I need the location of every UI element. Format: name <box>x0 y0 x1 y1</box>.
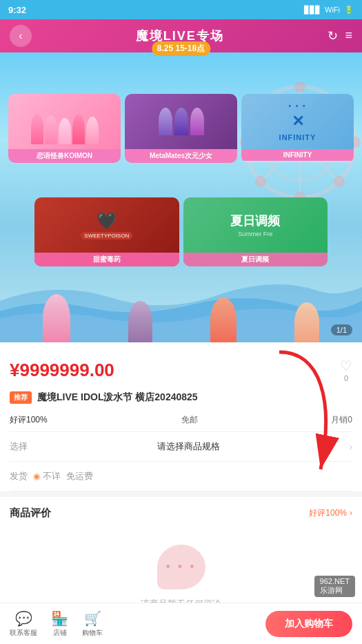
spec-placeholder: 请选择商品规格 <box>157 440 220 453</box>
infinity-symbol: ✕ <box>292 113 304 130</box>
add-to-cart-button[interactable]: 加入购物车 <box>265 611 352 637</box>
nav-wrapper: ‹ 魔境LIVE专场 ↻ ≡ 8.25 15-18点 <box>0 19 362 52</box>
sweetypoison-label: 甜蜜毒药 <box>34 253 179 266</box>
free-ship-label: 免运费 <box>66 470 93 482</box>
bottom-nav: 💬 联系客服 🏪 店铺 🛒 购物车 <box>10 610 265 638</box>
reviews-header: 商品评价 好评100% › <box>10 507 352 520</box>
infinity-image: • • • ✕ INFINITY <box>241 94 354 149</box>
wishlist-button[interactable]: ♡ 0 <box>340 358 352 382</box>
service-label: 联系客服 <box>10 628 37 638</box>
water-splash-decoration <box>0 273 362 342</box>
location-icon: ◉ <box>33 471 40 481</box>
status-bar: 9:32 ▊▊▊ WiFi 🔋 <box>0 0 362 19</box>
bottom-bar: 💬 联系客服 🏪 店铺 🛒 购物车 加入购物车 <box>0 603 362 644</box>
artist-card-sweetypoison[interactable]: 🖤 SWEETYPOISON 甜蜜毒药 <box>34 197 179 266</box>
recommend-tag: 推荐 <box>10 391 32 404</box>
infinity-dots: • • • <box>288 102 306 110</box>
shipping-free-badge: 免邮 <box>181 414 198 426</box>
svg-point-8 <box>294 81 305 92</box>
refresh-button[interactable]: ↻ <box>328 28 338 43</box>
infinity-label: INFINITY <box>241 149 354 161</box>
spec-arrow-icon: › <box>349 441 352 452</box>
sweetypoison-image: 🖤 SWEETYPOISON <box>34 197 179 253</box>
nav-actions: ↻ ≡ <box>328 28 352 43</box>
back-button[interactable]: ‹ <box>10 25 32 47</box>
spec-label: 选择 <box>10 440 28 453</box>
pagination-badge: 1/1 <box>331 324 352 335</box>
wishlist-count: 0 <box>344 374 348 382</box>
tags-row: 推荐 魔境LIVE IDOL泼水节 横店20240825 <box>10 387 352 409</box>
metamates-image <box>125 94 237 149</box>
status-icons: ▊▊▊ WiFi 🔋 <box>304 6 354 14</box>
artist-card-summer[interactable]: 夏日调频 Summer Fre 夏日调频 <box>183 197 328 266</box>
reviews-good-rate[interactable]: 好评100% › <box>309 507 352 519</box>
summer-label: 夏日调频 <box>183 253 328 266</box>
heart-icon: ♡ <box>340 358 352 374</box>
svg-point-13 <box>334 176 345 187</box>
shop-icon: 🏪 <box>51 610 68 627</box>
signal-icon: ▊▊▊ <box>304 6 321 14</box>
sweety-pill-text: SWEETYPOISON <box>81 232 132 240</box>
koimon-image <box>8 94 121 149</box>
hero-banner: 恋语怪兽KOIMON MetaMates次元少女 • • • ✕ INFINIT… <box>0 52 362 342</box>
chat-bubble-icon: • • • <box>157 545 205 589</box>
metamates-label: MetaMates次元少女 <box>125 149 237 163</box>
cart-icon: 🛒 <box>84 610 101 627</box>
battery-icon: 🔋 <box>344 6 354 14</box>
wifi-icon: WiFi <box>325 6 340 14</box>
infinity-text: INFINITY <box>279 133 316 142</box>
nav-service[interactable]: 💬 联系客服 <box>10 610 37 638</box>
nav-shop[interactable]: 🏪 店铺 <box>51 610 68 638</box>
summer-image: 夏日调频 Summer Fre <box>183 197 328 253</box>
svg-point-15 <box>255 176 266 187</box>
nav-cart[interactable]: 🛒 购物车 <box>82 610 103 638</box>
summer-subtitle: Summer Fre <box>238 231 272 237</box>
monthly-sales: 月销0 <box>331 414 352 426</box>
artist-card-infinity[interactable]: • • • ✕ INFINITY INFINITY <box>241 94 354 163</box>
reviews-title: 商品评价 <box>10 507 51 520</box>
product-section: ¥9999999.00 ♡ 0 推荐 魔境LIVE IDOL泼水节 横店2024… <box>0 342 362 491</box>
summer-text-cn: 夏日调频 <box>230 213 280 229</box>
shipping-row: 发货 ◉ 不详 免运费 <box>10 462 352 491</box>
shipping-detail: ◉ 不详 免运费 <box>33 470 93 482</box>
price-row: ¥9999999.00 ♡ 0 <box>10 351 352 387</box>
sweety-heart-icon: 🖤 <box>97 211 117 231</box>
ship-from: 不详 <box>43 470 61 482</box>
good-rate-text: 好评100% <box>309 507 347 519</box>
chat-dots-decoration: • • • <box>166 560 197 574</box>
date-badge: 8.25 15-18点 <box>152 41 210 56</box>
shop-label: 店铺 <box>53 628 67 638</box>
rating-good: 好评100% <box>10 414 48 426</box>
spec-selector[interactable]: 选择 请选择商品规格 › <box>10 432 352 462</box>
service-icon: 💬 <box>15 610 32 627</box>
status-time: 9:32 <box>8 5 26 15</box>
koimon-label: 恋语怪兽KOIMON <box>8 149 121 163</box>
reviews-chevron-icon: › <box>350 508 352 518</box>
artist-card-metamates[interactable]: MetaMates次元少女 <box>125 94 237 163</box>
stats-row: 好评100% 免邮 月销0 <box>10 409 352 432</box>
artist-grid-top: 恋语怪兽KOIMON MetaMates次元少女 • • • ✕ INFINIT… <box>0 94 362 163</box>
artist-grid-bottom: 🖤 SWEETYPOISON 甜蜜毒药 夏日调频 Summer Fre 夏日调频 <box>0 197 362 266</box>
menu-button[interactable]: ≡ <box>345 28 352 43</box>
product-title: 魔境LIVE IDOL泼水节 横店20240825 <box>37 391 198 404</box>
artist-card-koimon[interactable]: 恋语怪兽KOIMON <box>8 94 121 163</box>
product-price: ¥9999999.00 <box>10 360 114 381</box>
ship-label: 发货 <box>10 470 28 482</box>
cart-label: 购物车 <box>82 628 103 638</box>
